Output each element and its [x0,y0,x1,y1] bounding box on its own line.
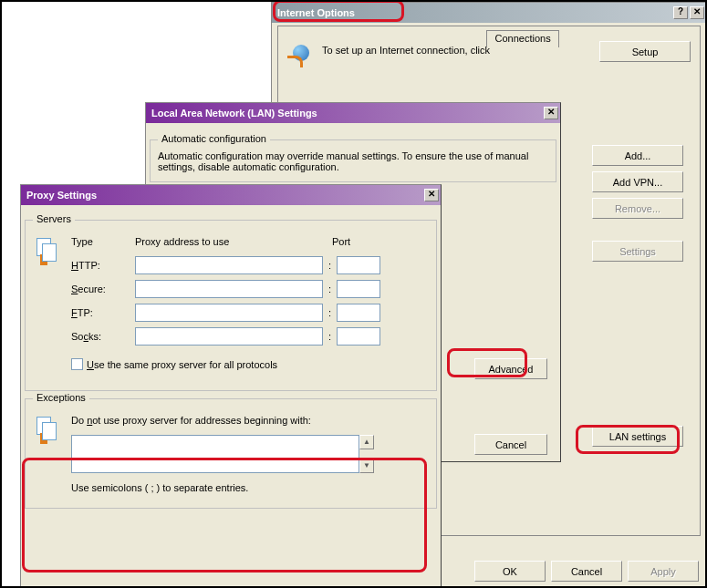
scroll-up-button[interactable]: ▲ [359,435,374,449]
col-port: Port [332,236,387,247]
same-proxy-label: Use the same proxy server for all protoc… [87,359,277,370]
exceptions-icon [33,415,62,444]
http-port-input[interactable] [337,256,380,274]
internet-options-titlebar: Internet Options ? ✕ [272,3,706,23]
globe-icon [287,41,317,70]
http-address-input[interactable] [135,256,323,274]
tab-connections[interactable]: Connections [486,30,558,47]
exceptions-label: Do not use proxy server for addresses be… [71,415,429,426]
setup-button[interactable]: Setup [599,41,691,62]
auto-config-text: Automatic configuration may override man… [158,150,532,172]
close-button[interactable]: ✕ [690,6,704,19]
add-button[interactable]: Add... [592,145,683,166]
close-button[interactable]: ✕ [424,189,439,201]
apply-button[interactable]: Apply [628,561,699,582]
servers-group-title: Servers [33,213,75,224]
row-socks-label: Socks: [71,331,135,342]
exceptions-textarea[interactable] [71,435,359,473]
advanced-button[interactable]: Advanced [474,358,547,379]
socks-port-input[interactable] [337,327,380,346]
row-ftp-label: FTP: [71,307,135,318]
scroll-down-button[interactable]: ▼ [359,459,374,473]
help-button[interactable]: ? [673,6,688,19]
col-type: Type [71,236,135,247]
row-secure-label: Secure: [71,284,135,294]
auto-config-group-title: Automatic configuration [158,133,270,144]
secure-address-input[interactable] [135,280,323,298]
settings-button[interactable]: Settings [592,241,683,262]
proxy-settings-dialog: Proxy Settings ✕ Servers Type Proxy addr… [20,184,442,588]
lan-settings-titlebar: Local Area Network (LAN) Settings ✕ [146,103,560,123]
proxy-settings-titlebar: Proxy Settings ✕ [21,185,441,205]
remove-button[interactable]: Remove... [592,198,683,219]
socks-address-input[interactable] [135,327,323,346]
lan-settings-button[interactable]: LAN settings [592,426,683,447]
cancel-button[interactable]: Cancel [551,561,622,582]
ok-button[interactable]: OK [474,561,546,582]
lan-settings-title: Local Area Network (LAN) Settings [150,108,542,119]
exceptions-hint: Use semicolons ( ; ) to separate entries… [71,482,429,493]
servers-icon [33,236,62,265]
internet-options-title: Internet Options [276,7,671,18]
proxy-settings-title: Proxy Settings [25,190,422,201]
dialog-buttons: OK Cancel Apply [474,561,699,582]
close-button[interactable]: ✕ [544,107,558,119]
ftp-address-input[interactable] [135,304,323,322]
same-proxy-checkbox[interactable] [71,358,83,370]
ftp-port-input[interactable] [337,304,380,322]
secure-port-input[interactable] [337,280,380,298]
add-vpn-button[interactable]: Add VPN... [592,171,683,192]
lan-cancel-button[interactable]: Cancel [474,434,547,455]
row-http-label: HTTP: [71,260,135,271]
col-addr: Proxy address to use [135,236,332,247]
exceptions-group-title: Exceptions [33,392,89,403]
